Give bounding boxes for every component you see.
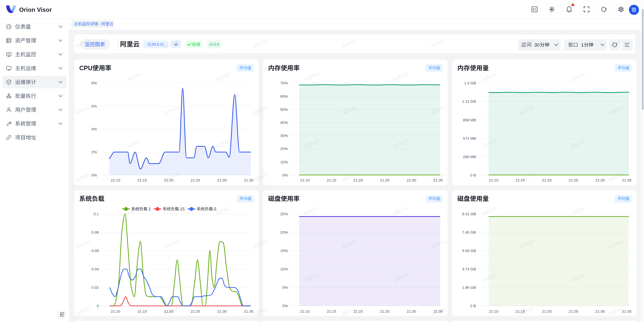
svg-text:admin: admin (303, 71, 320, 82)
svg-text:0.06: 0.06 (92, 248, 99, 253)
svg-text:admin: admin (430, 37, 446, 49)
svg-text:21:20: 21:20 (542, 178, 552, 182)
svg-text:21:10: 21:10 (111, 178, 120, 182)
svg-text:25%: 25% (280, 212, 288, 216)
svg-text:5%: 5% (282, 285, 288, 290)
svg-text:-5: -5 (213, 207, 216, 211)
svg-text:0 B: 0 B (470, 173, 476, 177)
svg-text:admin: admin (74, 238, 91, 250)
svg-text:60%: 60% (280, 94, 288, 98)
svg-text:10%: 10% (280, 160, 288, 164)
svg-text:15%: 15% (280, 248, 288, 253)
svg-text:21:15: 21:15 (137, 309, 147, 313)
svg-text:admin: admin (163, 238, 180, 250)
svg-text:4%: 4% (91, 127, 97, 131)
svg-text:admin: admin (126, 138, 142, 149)
svg-text:1.86 GB: 1.86 GB (462, 285, 476, 290)
svg-text:286 MB: 286 MB (463, 155, 476, 159)
svg-text:21:25: 21:25 (380, 309, 390, 313)
svg-text:21:30: 21:30 (595, 309, 605, 313)
svg-text:9.31 GB: 9.31 GB (462, 212, 476, 216)
svg-text:21:10: 21:10 (489, 178, 498, 182)
svg-text:21:15: 21:15 (327, 178, 336, 182)
svg-text:admin: admin (481, 205, 498, 216)
svg-text:-1: -1 (147, 207, 151, 211)
svg-text:admin: admin (341, 37, 357, 49)
svg-text:2%: 2% (91, 150, 97, 154)
svg-text:21:30: 21:30 (217, 309, 227, 313)
svg-text:858 MB: 858 MB (463, 118, 476, 122)
svg-text:21:20: 21:20 (353, 178, 363, 182)
svg-text:-: - (99, 22, 100, 26)
svg-text:1: 1 (581, 42, 584, 48)
svg-text:admin: admin (392, 205, 409, 216)
svg-text:admin: admin (570, 71, 586, 82)
svg-text:admin: admin (303, 205, 320, 216)
svg-text:21:15: 21:15 (137, 178, 147, 182)
svg-text:0.02: 0.02 (92, 285, 99, 290)
svg-text:admin: admin (252, 37, 269, 49)
svg-text:30%: 30% (280, 133, 288, 138)
svg-text:admin: admin (252, 238, 269, 250)
svg-text:Orion Visor: Orion Visor (19, 6, 52, 13)
svg-text:21:35: 21:35 (244, 178, 254, 182)
svg-text:7.45 GB: 7.45 GB (462, 230, 476, 234)
svg-text:admin: admin (215, 205, 231, 216)
svg-text:CPU: CPU (79, 64, 93, 71)
svg-text:21:20: 21:20 (164, 178, 174, 182)
svg-text:40%: 40% (280, 120, 288, 125)
svg-text:8%: 8% (91, 81, 97, 85)
svg-text:50%: 50% (280, 107, 288, 112)
svg-text:0.04: 0.04 (92, 267, 99, 271)
svg-text:21:30: 21:30 (407, 309, 416, 313)
svg-text:admin: admin (252, 305, 269, 317)
svg-text:70%: 70% (280, 81, 288, 85)
svg-text:21:25: 21:25 (380, 178, 390, 182)
svg-text:admin: admin (392, 71, 409, 82)
svg-text:21:30: 21:30 (217, 178, 227, 182)
svg-text:21:20: 21:20 (353, 309, 363, 313)
svg-text:admin: admin (607, 305, 624, 317)
svg-text:20%: 20% (280, 147, 288, 151)
svg-text:21:35: 21:35 (433, 309, 443, 313)
svg-text:0%: 0% (282, 173, 288, 177)
svg-text:admin: admin (215, 71, 231, 82)
svg-text:0 B: 0 B (470, 304, 476, 308)
svg-text:21:30: 21:30 (595, 178, 605, 182)
svg-text:admin: admin (163, 104, 180, 116)
svg-text:3.73 GB: 3.73 GB (462, 267, 476, 271)
svg-text:admin: admin (518, 37, 535, 49)
svg-text:21:25: 21:25 (191, 309, 200, 313)
svg-text:5.59 GB: 5.59 GB (462, 248, 476, 253)
svg-text:admin: admin (126, 71, 142, 82)
svg-text:v1.0.0: v1.0.0 (209, 42, 219, 46)
svg-text:6%: 6% (91, 104, 97, 108)
svg-text:21:10: 21:10 (111, 309, 120, 313)
svg-text:admin: admin (570, 205, 586, 216)
svg-text:21:35: 21:35 (433, 178, 443, 182)
svg-text:12.92.5.21: 12.92.5.21 (147, 42, 164, 46)
svg-text:admin: admin (252, 104, 269, 116)
svg-text:ali: ali (174, 42, 178, 46)
svg-text:21:30: 21:30 (407, 178, 416, 182)
svg-text:20%: 20% (280, 230, 288, 234)
svg-text:30: 30 (534, 42, 540, 48)
svg-text:21:35: 21:35 (622, 309, 632, 313)
svg-text:admin: admin (481, 71, 498, 82)
svg-text:0.08: 0.08 (92, 230, 99, 234)
svg-text:admin: admin (74, 37, 91, 49)
svg-text:21:15: 21:15 (515, 309, 525, 313)
svg-text:21:10: 21:10 (300, 178, 310, 182)
svg-text:-15: -15 (179, 207, 185, 211)
svg-text:21:35: 21:35 (244, 309, 254, 313)
svg-text:0%: 0% (91, 173, 97, 177)
svg-text:21:20: 21:20 (164, 309, 174, 313)
svg-text:admin: admin (74, 104, 91, 116)
svg-text:21:15: 21:15 (327, 309, 336, 313)
svg-text:21:35: 21:35 (622, 178, 632, 182)
svg-text:572 MB: 572 MB (463, 136, 476, 140)
svg-text:21:25: 21:25 (191, 178, 200, 182)
svg-text:10%: 10% (280, 267, 288, 271)
svg-text:1.12 GB: 1.12 GB (462, 99, 476, 103)
svg-text:21:10: 21:10 (300, 309, 310, 313)
